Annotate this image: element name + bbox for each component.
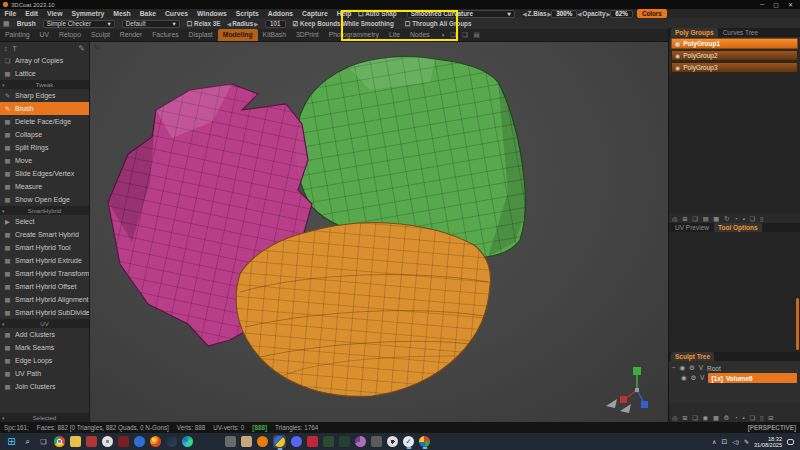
volume6-selected-bar[interactable]: [1x] Volume6	[708, 373, 797, 383]
taskbar-icon-files[interactable]	[70, 436, 81, 447]
tab-sculpt[interactable]: Sculpt	[86, 29, 115, 41]
text-tool-icon[interactable]: T	[13, 45, 17, 52]
eye-icon[interactable]: ◉	[675, 64, 680, 71]
taskbar-icon-red-note[interactable]	[86, 436, 97, 447]
tab-painting[interactable]: Painting	[0, 29, 35, 41]
sidebar-item-array-of-copies[interactable]: ❏Array of Copies	[0, 54, 89, 67]
pen-icon[interactable]: ✎	[78, 44, 85, 53]
sidebar-item-smart-hybrid-alignment[interactable]: ▦Smart Hybrid Alignment	[0, 293, 89, 306]
viewport-3d[interactable]: ✎	[90, 42, 668, 422]
tab-uv[interactable]: UV	[35, 29, 54, 41]
tray-pen-icon[interactable]: ✎	[744, 438, 749, 445]
sidebar-item-smart-hybrid-extrude[interactable]: ▦Smart Hybrid Extrude	[0, 254, 89, 267]
zbias-stepper[interactable]: ◀Z.Bias▶	[523, 10, 552, 17]
sidebar-item-smart-hybrid-transform[interactable]: ▦Smart Hybrid Transform	[0, 267, 89, 280]
sidebar-item-smart-hybrid-subdivide[interactable]: ▦Smart Hybrid SubDivide	[0, 306, 89, 319]
sidebar-item-move[interactable]: ▦Move	[0, 154, 89, 167]
taskbar-icon-gray-app[interactable]	[371, 436, 382, 447]
taskbar-icon-camera[interactable]	[387, 436, 398, 447]
tab-modeling[interactable]: Modeling	[218, 29, 258, 41]
sidebar-item-measure[interactable]: ▦Measure	[0, 180, 89, 193]
taskbar-icon-colors-app[interactable]	[419, 436, 430, 447]
tab-poly-groups[interactable]: Poly Groups	[671, 28, 718, 37]
sidebar-item-slide-edges[interactable]: ▦Slide Edges/Vertex	[0, 167, 89, 180]
sidebar-item-create-smart-hybrid[interactable]: ▦Create Smart Hybrid	[0, 228, 89, 241]
tabrow-icons[interactable]: ◑ ❏ ❏ ▤	[441, 31, 482, 41]
taskbar-icon-3dcoat[interactable]	[274, 436, 285, 447]
curvature-dropdown[interactable]: Smoothed Curvature▾	[407, 10, 515, 18]
maximize-button[interactable]: ▢	[773, 1, 779, 8]
sculpt-tree-icon-row[interactable]: ◎ ⊞ ❏ ◉ ▦ ⚙ ◔ ▪ ❏ ▯ ⊟	[669, 412, 800, 422]
eye-icon[interactable]: ◉	[675, 52, 680, 59]
tab-render[interactable]: Render	[115, 29, 147, 41]
taskbar-icon-steam[interactable]	[166, 436, 177, 447]
sidebar-item-select[interactable]: ▶Select	[0, 215, 89, 228]
colors-button[interactable]: Colors	[637, 9, 667, 18]
section-uv[interactable]: ▾UV	[0, 319, 89, 328]
sidebar-item-collapse[interactable]: ▦Collapse	[0, 128, 89, 141]
opacity-value[interactable]: 62%	[610, 10, 633, 18]
sidebar-item-edge-loops[interactable]: ▦Edge Loops	[0, 354, 89, 367]
sidebar-item-delete-face-edge[interactable]: ▦Delete Face/Edge	[0, 115, 89, 128]
tree-row-volume6[interactable]: ◉ ⚙ V [1x] Volume6	[669, 373, 800, 383]
minimize-button[interactable]: ─	[760, 1, 764, 8]
tab-factures[interactable]: Factures	[147, 29, 183, 41]
taskbar-icon-pie-app[interactable]	[355, 436, 366, 447]
tray-clock[interactable]: 18:32 31/08/2025	[754, 436, 782, 448]
taskbar-icon-ds-app[interactable]	[339, 436, 350, 447]
start-button-icon[interactable]: ⊞	[6, 436, 17, 447]
preset-dropdown[interactable]: Default▾	[122, 20, 180, 28]
sidebar-item-join-clusters[interactable]: ▦Join Clusters	[0, 380, 89, 393]
tab-tool-options[interactable]: Tool Options	[714, 223, 762, 232]
tab-photogrammetry[interactable]: Photogrammetry	[324, 29, 384, 41]
tab-curves-tree[interactable]: Curves Tree	[719, 28, 762, 37]
opacity-stepper[interactable]: ◀Opacity▶	[577, 10, 610, 17]
menu-edit[interactable]: Edit	[21, 10, 43, 17]
taskbar-icon-badge[interactable]	[102, 436, 113, 447]
tab-sculpt-tree[interactable]: Sculpt Tree	[671, 352, 714, 361]
polygroup-row-3[interactable]: ◉PolyGroup3	[671, 62, 798, 73]
taskbar-icon-character-app[interactable]	[241, 436, 252, 447]
polygroup-row-1[interactable]: ◉PolyGroup1	[671, 38, 798, 49]
menu-curves[interactable]: Curves	[160, 10, 192, 17]
close-button[interactable]: ✕	[788, 1, 793, 8]
polygroups-icon-row[interactable]: ◎ ⊞ ❏ ▤ ▦ ↻ ◔ ▪ ❏ ▯	[669, 213, 800, 223]
through-all-groups-checkbox[interactable]: ☐ Through All Groups	[405, 20, 472, 27]
sidebar-item-show-open-edge[interactable]: ▦Show Open Edge	[0, 193, 89, 206]
tab-retopo[interactable]: Retopo	[54, 29, 86, 41]
menu-help[interactable]: Help	[332, 10, 356, 17]
radius-stepper[interactable]: ◀Radius▶	[227, 20, 258, 27]
sidebar-item-add-clusters[interactable]: ▦Add Clusters	[0, 328, 89, 341]
taskbar-icon-check-wrap[interactable]: ✓	[403, 436, 414, 447]
task-view-icon[interactable]: ❏	[38, 436, 49, 447]
tab-kitbash[interactable]: KitBash	[258, 29, 291, 41]
taskbar-icon-chrome[interactable]	[54, 436, 65, 447]
taskbar-icon-blender[interactable]	[257, 436, 268, 447]
tray-chevron-up-icon[interactable]: ∧	[712, 438, 716, 445]
checker-dropdown[interactable]: Simple Checker▾	[43, 20, 115, 28]
mesh-orange[interactable]	[236, 222, 490, 396]
sidebar-item-sharp-edges[interactable]: ✎Sharp Edges	[0, 89, 89, 102]
search-icon[interactable]: ⌕	[22, 436, 33, 447]
menu-addons[interactable]: Addons	[263, 10, 297, 17]
tab-uv-preview[interactable]: UV Preview	[671, 223, 713, 232]
menu-mesh[interactable]: Mesh	[109, 10, 135, 17]
menu-capture[interactable]: Capture	[298, 10, 333, 17]
move-icon[interactable]: ↕	[4, 45, 8, 52]
tree-row-root[interactable]: − ◉ ⚙ V Root	[669, 363, 800, 373]
notification-icon[interactable]	[787, 439, 794, 445]
menu-symmetry[interactable]: Symmetry	[67, 10, 109, 17]
section-smarthybrid[interactable]: ▾SmartHybrid	[0, 206, 89, 215]
taskbar-icon-discord[interactable]	[291, 436, 302, 447]
taskbar-icon-marmoset[interactable]	[307, 436, 318, 447]
taskbar-icon-check-app[interactable]: ✓	[403, 436, 414, 447]
menu-scripts[interactable]: Scripts	[231, 10, 263, 17]
menu-windows[interactable]: Windows	[192, 10, 231, 17]
tab-nodes[interactable]: Nodes	[405, 29, 435, 41]
sidebar-item-smart-hybrid-tool[interactable]: ▦Smart Hybrid Tool	[0, 241, 89, 254]
sidebar-item-lattice[interactable]: ▦Lattice	[0, 67, 89, 80]
taskbar-icon-firefox[interactable]	[150, 436, 161, 447]
viewport-nav-arrows[interactable]	[606, 399, 631, 413]
eye-icon[interactable]: ◉	[675, 40, 680, 47]
section-selected[interactable]: ▾Selected	[0, 413, 89, 422]
